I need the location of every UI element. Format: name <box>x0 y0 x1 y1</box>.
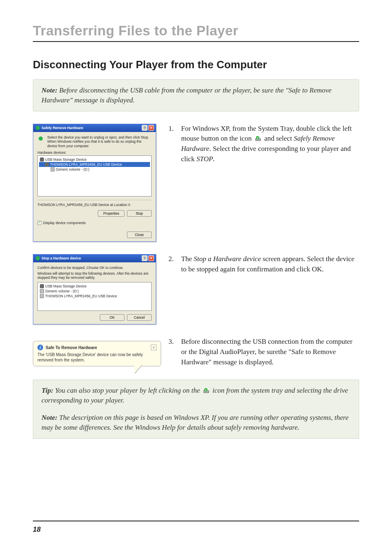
properties-button[interactable]: Properties <box>98 210 125 217</box>
help-button[interactable]: ? <box>142 125 148 131</box>
tip-text-a: You can also stop your player by left cl… <box>53 387 202 394</box>
close-button[interactable]: × <box>148 125 154 131</box>
safe-remove-title-icon <box>36 126 40 130</box>
note2-text: The description on this page is based on… <box>42 414 348 431</box>
stop-hardware-device-dialog: Stop a Hardware device ? × Confirm devic… <box>33 254 156 324</box>
balloon-text: The 'USB Mass Storage Device' device can… <box>37 352 157 363</box>
step-number: 3. <box>168 337 174 367</box>
step-number: 2. <box>168 254 174 274</box>
tip-box: Tip: You can also stop your player by le… <box>33 380 359 438</box>
ok-button[interactable]: OK <box>100 314 125 321</box>
page-footer: 18 <box>33 521 359 534</box>
dialog2-title: Stop a Hardware device <box>42 256 141 260</box>
safe-remove-icon <box>255 134 261 140</box>
page-number: 18 <box>33 526 41 533</box>
tip-label: Tip: <box>42 387 53 394</box>
note-label: Note: <box>42 86 58 94</box>
list-item-selected: THOMSON LYRA_MPR2456_EU USB Device <box>50 162 122 167</box>
step2-text: The Stop a Hardware device screen appear… <box>181 254 359 274</box>
step-number: 1. <box>168 124 174 164</box>
safe-remove-title-icon <box>36 256 40 260</box>
dialog1-title: Safely Remove Hardware <box>42 126 141 130</box>
stop-button[interactable]: Stop <box>127 210 152 217</box>
close-dialog-button[interactable]: Close <box>127 232 152 238</box>
safe-remove-icon <box>203 387 210 392</box>
list-item: Generic volume - (D:) <box>56 167 89 171</box>
close-button[interactable]: × <box>148 255 154 261</box>
device-icon <box>40 294 44 298</box>
list-item: USB Mass Storage Device <box>45 284 87 288</box>
balloon-title: Safe To Remove Hardware <box>46 345 148 350</box>
dialog2-line2: Windows will attempt to stop the followi… <box>37 271 152 280</box>
list-item: USB Mass Storage Device <box>45 157 87 162</box>
dialog1-status: THOMSON LYRA_MPR2456_EU USB Device at Lo… <box>37 200 152 207</box>
hub-icon <box>40 284 44 288</box>
note-text: Before disconnecting the USB cable from … <box>42 86 332 104</box>
list-item: Generic volume - (D:) <box>45 289 78 293</box>
safely-remove-hardware-dialog: Safely Remove Hardware ? × Select the de… <box>33 124 156 242</box>
note2-label: Note: <box>42 414 58 421</box>
volume-icon <box>40 289 44 293</box>
dialog1-instruction: Select the device you want to unplug or … <box>47 135 152 148</box>
section-title: Disconnecting Your Player from the Compu… <box>33 58 359 71</box>
cancel-button[interactable]: Cancel <box>127 314 152 321</box>
balloon-close-button[interactable]: × <box>151 345 157 350</box>
step1-text: For Windows XP, from the System Tray, do… <box>181 124 359 164</box>
info-icon: i <box>37 345 43 350</box>
volume-icon <box>51 167 55 171</box>
stop-devices-list[interactable]: USB Mass Storage Device Generic volume -… <box>37 282 152 311</box>
display-components-label: Display device components <box>43 221 85 225</box>
step3-text: Before disconnecting the USB connection … <box>181 337 359 367</box>
device-icon <box>45 162 49 167</box>
hardware-devices-list[interactable]: USB Mass Storage Device THOMSON LYRA_MPR… <box>37 155 152 197</box>
dialog2-line1: Confirm devices to be stopped, Choose OK… <box>37 266 152 270</box>
usb-icon <box>37 135 45 143</box>
help-button[interactable]: ? <box>142 255 148 261</box>
list-item: THOMSON LYRA_MPR2456_EU USB Device <box>45 294 117 298</box>
safe-to-remove-balloon: i Safe To Remove Hardware × The 'USB Mas… <box>33 341 161 366</box>
display-components-checkbox[interactable] <box>37 221 42 225</box>
hub-icon <box>40 157 44 162</box>
note-before-disconnect: Note: Before disconnecting the USB cable… <box>33 79 359 111</box>
chapter-title: Transferring Files to the Player <box>33 23 359 42</box>
hardware-devices-label: Hardware devices: <box>37 150 152 155</box>
